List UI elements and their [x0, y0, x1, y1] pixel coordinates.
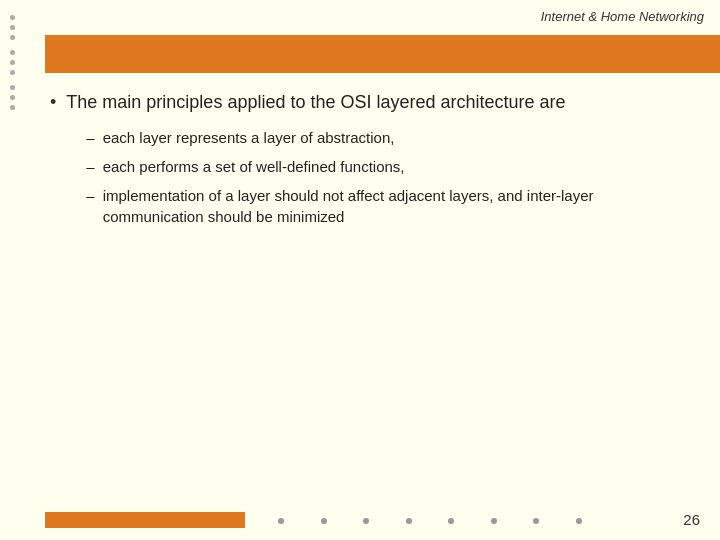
bottom-dot	[576, 518, 582, 524]
slide: Internet & Home Networking • The main pr…	[0, 0, 720, 540]
bottom-dot	[321, 518, 327, 524]
bottom-dot	[448, 518, 454, 524]
footer-orange-bar	[45, 512, 245, 528]
bottom-dot	[278, 518, 284, 524]
dash-symbol-2: –	[86, 156, 94, 177]
side-dot	[10, 35, 15, 40]
header: Internet & Home Networking	[0, 0, 720, 32]
side-dot	[10, 95, 15, 100]
side-dot	[10, 70, 15, 75]
sub-bullet-2: – each performs a set of well-defined fu…	[86, 156, 690, 177]
sub-bullet-text-1: each layer represents a layer of abstrac…	[103, 127, 395, 148]
sub-bullets: – each layer represents a layer of abstr…	[86, 127, 690, 227]
content-area: • The main principles applied to the OSI…	[50, 90, 690, 480]
page-number: 26	[683, 511, 700, 528]
bottom-dot	[406, 518, 412, 524]
sub-bullet-text-3: implementation of a layer should not aff…	[103, 185, 690, 227]
main-bullet: • The main principles applied to the OSI…	[50, 90, 690, 235]
bottom-dot	[363, 518, 369, 524]
side-dot	[10, 50, 15, 55]
header-title: Internet & Home Networking	[541, 9, 704, 24]
sub-bullet-1: – each layer represents a layer of abstr…	[86, 127, 690, 148]
side-dot	[10, 85, 15, 90]
bullet-symbol: •	[50, 92, 56, 113]
dash-symbol-3: –	[86, 185, 94, 206]
bottom-dots-decoration	[260, 518, 600, 524]
sub-bullet-3: – implementation of a layer should not a…	[86, 185, 690, 227]
sub-bullet-text-2: each performs a set of well-defined func…	[103, 156, 405, 177]
bottom-dot	[491, 518, 497, 524]
main-bullet-text: The main principles applied to the OSI l…	[66, 92, 565, 112]
orange-accent-bar	[45, 35, 720, 73]
dash-symbol-1: –	[86, 127, 94, 148]
side-dot	[10, 105, 15, 110]
bottom-dot	[533, 518, 539, 524]
side-dot	[10, 60, 15, 65]
